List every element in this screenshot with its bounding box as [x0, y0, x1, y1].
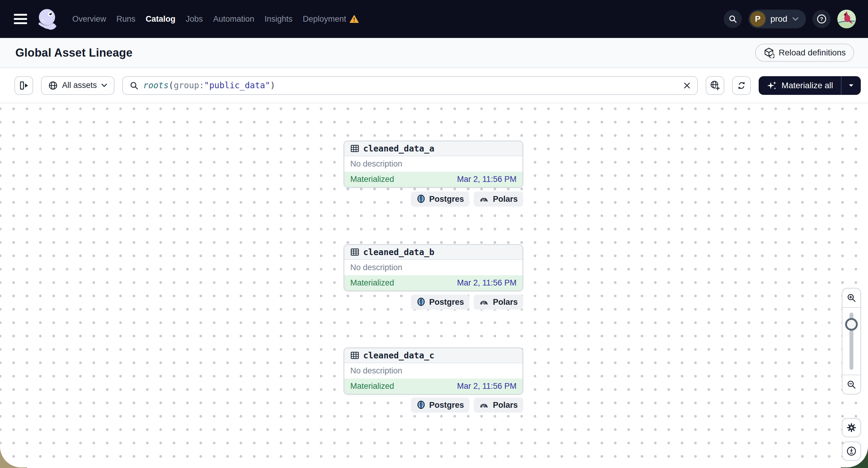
asset-selection-input[interactable]: roots(group:"public_data") [122, 76, 698, 95]
reload-definitions-label: Reload definitions [779, 48, 846, 58]
asset-selection-query: roots(group:"public_data") [143, 81, 679, 90]
user-avatar[interactable] [837, 10, 856, 28]
asset-materialization-status: Materialized Mar 2, 11:56 PM [344, 275, 523, 291]
status-badge: Materialized [350, 278, 394, 288]
asset-materialization-status: Materialized Mar 2, 11:56 PM [344, 379, 523, 394]
asset-node-header: cleaned_data_a [344, 141, 523, 156]
materialization-timestamp[interactable]: Mar 2, 11:56 PM [457, 278, 517, 288]
search-button[interactable] [724, 10, 742, 28]
polars-icon [479, 298, 489, 306]
download-image-button[interactable] [842, 441, 861, 461]
status-badge: Materialized [350, 175, 394, 184]
zoom-slider[interactable] [842, 307, 861, 375]
refresh-icon [737, 81, 746, 90]
tag-label: Polars [493, 401, 518, 410]
postgres-icon [416, 194, 426, 204]
warning-triangle-icon [350, 15, 359, 23]
deployment-name: prod [770, 14, 787, 24]
page-header: Global Asset Lineage Reload definitions [0, 38, 868, 68]
help-icon: ? [816, 14, 827, 24]
asset-node-header: cleaned_data_b [344, 245, 523, 260]
materialize-all-split-button: Materialize all [759, 76, 861, 95]
tag-polars[interactable]: Polars [474, 191, 523, 207]
materialization-timestamp[interactable]: Mar 2, 11:56 PM [457, 175, 517, 184]
table-icon [350, 144, 359, 153]
help-button[interactable]: ? [813, 10, 831, 28]
lineage-graph-canvas[interactable]: cleaned_data_a No description Materializ… [0, 103, 868, 467]
deployment-switcher[interactable]: P prod [748, 10, 806, 28]
svg-text:?: ? [820, 16, 823, 22]
tag-postgres[interactable]: Postgres [411, 294, 469, 310]
tag-postgres[interactable]: Postgres [411, 191, 469, 207]
asset-node-cleaned-data-b[interactable]: cleaned_data_b No description Materializ… [344, 244, 523, 291]
zoom-controls [842, 288, 861, 395]
reload-definitions-button[interactable]: Reload definitions [755, 44, 854, 62]
asset-scope-selector[interactable]: All assets [41, 76, 115, 95]
sparkles-icon [767, 80, 777, 91]
asset-description: No description [344, 260, 523, 275]
tag-postgres[interactable]: Postgres [411, 398, 469, 413]
globe-plus-icon [710, 80, 720, 91]
asset-node-cleaned-data-a[interactable]: cleaned_data_a No description Materializ… [344, 141, 523, 188]
nav-item-deployment[interactable]: Deployment [303, 14, 359, 24]
nav-item-catalog[interactable]: Catalog [146, 14, 176, 24]
nav-item-insights[interactable]: Insights [265, 14, 292, 24]
tag-label: Postgres [429, 298, 464, 307]
zoom-out-button[interactable] [842, 375, 861, 394]
postgres-icon [416, 400, 426, 410]
query-punctuation: ( [169, 81, 174, 90]
query-function: roots [143, 81, 169, 90]
nav-item-runs[interactable]: Runs [117, 14, 135, 24]
globe-icon [48, 81, 58, 90]
nav-item-overview[interactable]: Overview [72, 14, 106, 24]
query-value: "public_data" [204, 81, 270, 90]
chevron-down-icon [792, 17, 799, 21]
asset-tag-row: Postgres Polars [411, 191, 523, 207]
tag-label: Postgres [429, 194, 464, 204]
download-icon [846, 446, 857, 456]
materialize-all-label: Materialize all [781, 81, 833, 90]
asset-tag-row: Postgres Polars [411, 294, 523, 310]
main-navigation: Overview Runs Catalog Jobs Automation In… [72, 14, 359, 24]
zoom-slider-handle[interactable] [845, 318, 858, 331]
asset-name: cleaned_data_c [363, 350, 434, 361]
asset-description: No description [344, 363, 523, 379]
tag-polars[interactable]: Polars [474, 294, 523, 310]
status-badge: Materialized [350, 381, 394, 391]
dagster-logo-icon[interactable] [35, 7, 58, 30]
materialize-all-button[interactable]: Materialize all [759, 76, 841, 95]
gear-icon [846, 423, 857, 433]
polars-icon [479, 401, 489, 409]
asset-node-header: cleaned_data_c [344, 348, 523, 363]
open-left-panel-icon [19, 81, 29, 91]
postgres-icon [416, 297, 426, 307]
hamburger-menu-icon[interactable] [14, 14, 27, 24]
nav-item-automation[interactable]: Automation [213, 14, 254, 24]
chevron-down-icon [101, 84, 107, 87]
tag-polars[interactable]: Polars [474, 398, 523, 413]
deployment-initial-badge: P [750, 11, 766, 27]
page-title: Global Asset Lineage [16, 46, 132, 59]
materialize-options-button[interactable] [841, 76, 861, 95]
asset-node-cleaned-data-c[interactable]: cleaned_data_c No description Materializ… [344, 347, 523, 395]
reload-definitions-icon [764, 47, 774, 58]
asset-materialization-status: Materialized Mar 2, 11:56 PM [344, 171, 523, 187]
query-attribute: group: [174, 81, 204, 90]
asset-name: cleaned_data_a [363, 144, 434, 154]
refresh-button[interactable] [732, 76, 751, 95]
zoom-out-icon [847, 380, 856, 389]
filter-to-selection-button[interactable] [706, 76, 724, 95]
polars-icon [479, 195, 489, 203]
query-punctuation: ) [270, 81, 275, 90]
table-icon [350, 248, 359, 257]
search-icon [728, 14, 737, 24]
table-icon [350, 351, 359, 360]
clear-icon[interactable] [683, 82, 691, 89]
graph-settings-button[interactable] [842, 418, 861, 437]
zoom-in-button[interactable] [842, 288, 861, 307]
open-left-panel-button[interactable] [14, 76, 33, 95]
navbar-right-group: P prod ? [724, 10, 856, 28]
materialization-timestamp[interactable]: Mar 2, 11:56 PM [457, 381, 517, 391]
tag-label: Postgres [429, 401, 464, 410]
nav-item-jobs[interactable]: Jobs [186, 14, 203, 24]
